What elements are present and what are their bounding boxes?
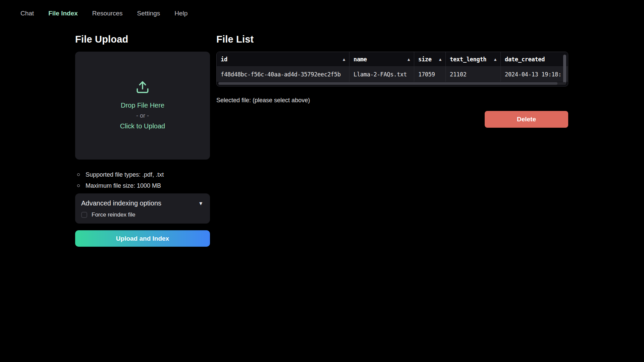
column-header-size[interactable]: size ▲ xyxy=(414,52,446,66)
horizontal-scrollbar[interactable] xyxy=(218,82,557,85)
delete-button[interactable]: Delete xyxy=(485,111,568,128)
advanced-indexing-accordion: Advanced indexing options ▼ Force reinde… xyxy=(75,193,210,224)
cell-date-created[interactable]: 2024-04-13 19:18: xyxy=(501,67,568,82)
tab-file-index[interactable]: File Index xyxy=(48,9,78,17)
drop-file-here-text: Drop File Here xyxy=(121,100,164,111)
note-max-size: Maximum file size: 1000 MB xyxy=(77,182,210,189)
click-to-upload-link[interactable]: Click to Upload xyxy=(120,121,165,131)
cell-text-length[interactable]: 21102 xyxy=(446,67,501,82)
file-dropzone[interactable]: Drop File Here - or - Click to Upload xyxy=(75,52,210,160)
column-header-text-length[interactable]: text_length ▲ xyxy=(446,52,501,66)
sort-asc-icon[interactable]: ▲ xyxy=(343,57,345,62)
upload-and-index-button[interactable]: Upload and Index xyxy=(75,230,210,247)
horizontal-scrollbar-track xyxy=(218,82,566,85)
note-supported-types: Supported file types: .pdf, .txt xyxy=(77,171,210,178)
bullet-circle-icon xyxy=(77,184,80,187)
selected-file-text: Selected file: (please select above) xyxy=(216,97,568,104)
force-reindex-checkbox[interactable] xyxy=(81,212,87,218)
note-text: Maximum file size: 1000 MB xyxy=(86,182,161,189)
advanced-accordion-header[interactable]: Advanced indexing options ▼ xyxy=(81,199,203,207)
column-label: text_length xyxy=(450,56,486,63)
table-row[interactable]: f48d48bc-f56c-40aa-ad4d-35792eec2f5b Lla… xyxy=(217,67,568,82)
upload-icon xyxy=(136,80,150,96)
file-table: id ▲ name ▲ size ▲ text_length ▲ date_cr… xyxy=(216,52,568,86)
column-label: id xyxy=(221,56,227,63)
delete-button-row: Delete xyxy=(216,111,568,128)
file-list-title: File List xyxy=(216,34,568,45)
main-content: File Upload Drop File Here - or - Click … xyxy=(75,34,568,247)
vertical-scrollbar[interactable] xyxy=(563,55,566,84)
column-label: size xyxy=(418,56,432,63)
cell-id[interactable]: f48d48bc-f56c-40aa-ad4d-35792eec2f5b xyxy=(217,67,350,82)
tab-help[interactable]: Help xyxy=(174,9,187,17)
advanced-accordion-title: Advanced indexing options xyxy=(81,199,161,207)
cell-size[interactable]: 17059 xyxy=(414,67,446,82)
chevron-down-icon: ▼ xyxy=(198,201,203,206)
or-text: - or - xyxy=(136,111,149,121)
tab-resources[interactable]: Resources xyxy=(92,9,123,17)
cell-name[interactable]: Llama-2-FAQs.txt xyxy=(350,67,414,82)
tab-settings[interactable]: Settings xyxy=(137,9,160,17)
bullet-circle-icon xyxy=(77,173,80,176)
file-list-section: File List id ▲ name ▲ size ▲ text_length… xyxy=(216,34,568,128)
sort-asc-icon[interactable]: ▲ xyxy=(494,57,496,62)
tab-bar: Chat File Index Resources Settings Help xyxy=(0,0,644,17)
file-table-header: id ▲ name ▲ size ▲ text_length ▲ date_cr… xyxy=(217,52,568,67)
file-upload-section: File Upload Drop File Here - or - Click … xyxy=(75,34,210,247)
column-header-date-created[interactable]: date_created xyxy=(501,52,568,66)
file-upload-title: File Upload xyxy=(75,34,210,45)
upload-notes-list: Supported file types: .pdf, .txt Maximum… xyxy=(77,171,210,189)
column-header-id[interactable]: id ▲ xyxy=(217,52,350,66)
note-text: Supported file types: .pdf, .txt xyxy=(86,171,164,178)
force-reindex-label: Force reindex file xyxy=(92,212,135,218)
tab-chat[interactable]: Chat xyxy=(20,9,34,17)
column-label: name xyxy=(354,56,367,63)
column-label: date_created xyxy=(505,56,545,63)
force-reindex-checkbox-row[interactable]: Force reindex file xyxy=(81,212,203,218)
sort-asc-icon[interactable]: ▲ xyxy=(408,57,410,62)
sort-asc-icon[interactable]: ▲ xyxy=(439,57,441,62)
column-header-name[interactable]: name ▲ xyxy=(350,52,414,66)
